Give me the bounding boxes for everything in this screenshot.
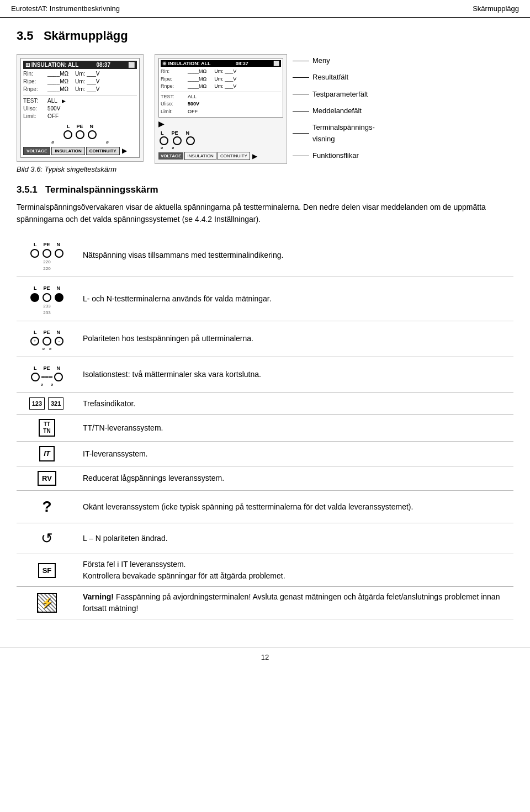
table-row: LPEN 220 220 Nätspänning visas tills: [17, 233, 513, 277]
indicator-icon: IT: [17, 442, 77, 466]
indicator-description: Polariteten hos testspänningen på utterm…: [77, 321, 513, 357]
subsection-number: 3.5.1: [17, 184, 38, 195]
indicator-description: L – N polariteten ändrad.: [77, 523, 513, 554]
table-row: ? Okänt leveranssystem (icke typisk spän…: [17, 491, 513, 523]
indicator-icon: LPEN 220 220: [17, 233, 77, 277]
table-row: LPEN øø Isolationstest: två mätterminale…: [17, 357, 513, 392]
section-number: 3.5: [17, 29, 34, 43]
annotation-funktionsflikar: Funktionsflikar: [312, 150, 359, 162]
annotation-meddelandefalt: Meddelandefält: [312, 105, 362, 117]
section-heading: Skärmupplägg: [44, 29, 128, 43]
indicator-icon: RV: [17, 466, 77, 491]
table-row: LPEN + - øø Polariteten hos testspänning…: [17, 321, 513, 357]
figure-caption: Bild 3.6: Typisk singeltestskärm: [17, 165, 144, 173]
indicator-description: L- och N-testterminalerna används för va…: [77, 277, 513, 321]
indicator-description: Varning! Fasspänning på avjordningstermi…: [77, 587, 513, 619]
page-content: 3.5 Skärmupplägg ⊞ INSULATION: ALL 08:37…: [0, 18, 530, 636]
body-text-1: Terminalspänningsövervakaren visar de ak…: [17, 201, 513, 226]
annotation-testparameterfalt: Testparameterfält: [312, 89, 368, 100]
indicator-description: Nätspänning visas tillsammans med testte…: [77, 233, 513, 277]
table-row: IT IT-leveranssystem.: [17, 442, 513, 466]
indicator-icon: LPEN + - øø: [17, 321, 77, 357]
indicator-table: LPEN 220 220 Nätspänning visas tills: [17, 233, 513, 620]
section-title: 3.5 Skärmupplägg: [17, 29, 513, 43]
indicator-icon: LPEN 233 233: [17, 277, 77, 321]
page-header: EurotestAT: Instrumentbeskrivning Skärmu…: [0, 0, 530, 18]
annotated-figure: ⊞ INSULATION: ALL 08:37 ⬜ Rin: ____MΩ Um…: [155, 54, 513, 164]
page-footer: 12: [0, 647, 530, 667]
indicator-description: Okänt leveranssystem (icke typisk spänni…: [77, 491, 513, 523]
indicator-description: Isolationstest: två mätterminaler ska va…: [77, 357, 513, 392]
annotation-resultatfalt: Resultatfält: [312, 72, 348, 83]
indicator-description: IT-leveranssystem.: [77, 442, 513, 466]
subsection-title: 3.5.1 Terminalspänningsskärm: [17, 184, 513, 195]
annotation-meny: Meny: [312, 55, 330, 67]
table-row: SF Första fel i IT leveranssystem. Kontr…: [17, 554, 513, 587]
indicator-description: Första fel i IT leveranssystem. Kontroll…: [77, 554, 513, 587]
header-right: Skärmupplägg: [473, 4, 519, 13]
indicator-icon: SF: [17, 554, 77, 587]
device-screen-left: ⊞ INSULATION: ALL 08:37 ⬜ Rin: ____MΩ Um…: [17, 54, 144, 173]
indicator-icon: TTTN: [17, 415, 77, 442]
page-number: 12: [261, 653, 269, 661]
indicator-icon: ↺: [17, 523, 77, 554]
indicator-icon: ?: [17, 491, 77, 523]
annotation-terminalspannings: Terminalspännings-visning: [312, 122, 375, 145]
header-left: EurotestAT: Instrumentbeskrivning: [11, 4, 120, 13]
indicator-icon: ⚡: [17, 587, 77, 619]
indicator-icon: 123 321: [17, 392, 77, 415]
table-row: LPEN 233 233 L- och N-testterminaler: [17, 277, 513, 321]
table-row: ⚡ Varning! Fasspänning på avjordningster…: [17, 587, 513, 619]
warning-icon: ⚡: [37, 593, 57, 613]
top-figure-area: ⊞ INSULATION: ALL 08:37 ⬜ Rin: ____MΩ Um…: [17, 54, 513, 173]
indicator-description: Trefasindikator.: [77, 392, 513, 415]
subsection-heading: Terminalspänningsskärm: [45, 184, 158, 195]
screen-header-bar: ⊞ INSULATION: ALL 08:37 ⬜: [23, 61, 137, 69]
indicator-description: TT/TN-leveranssystem.: [77, 415, 513, 442]
table-row: 123 321 Trefasindikator.: [17, 392, 513, 415]
indicator-icon: LPEN øø: [17, 357, 77, 392]
table-row: TTTN TT/TN-leveranssystem.: [17, 415, 513, 442]
table-row: RV Reducerat lågspännings leveranssystem…: [17, 466, 513, 491]
indicator-description: Reducerat lågspännings leveranssystem.: [77, 466, 513, 491]
table-row: ↺ L – N polariteten ändrad.: [17, 523, 513, 554]
annotations-column: Meny Resultatfält Testparameterfält Medd…: [293, 54, 375, 164]
